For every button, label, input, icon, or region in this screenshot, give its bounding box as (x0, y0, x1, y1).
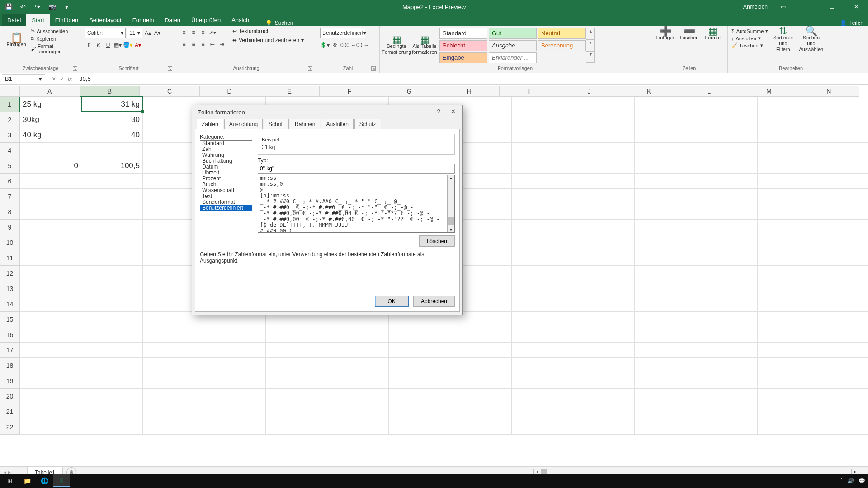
delete-cells-button[interactable]: ➖Löschen (678, 28, 700, 41)
cell-J5[interactable] (573, 158, 635, 174)
cell-C22[interactable] (143, 419, 204, 435)
cell-style-standard[interactable]: Standard (439, 28, 487, 39)
undo-icon[interactable]: ↶ (17, 1, 29, 13)
cell-B3[interactable]: 40 (81, 127, 143, 143)
cell-N4[interactable] (819, 143, 868, 158)
copy-button[interactable]: ⧉Kopieren (31, 36, 77, 42)
conditional-formatting-button[interactable]: ▦Bedingte Formatierung (383, 28, 410, 63)
column-header-A[interactable]: A (20, 86, 80, 97)
cell-K15[interactable] (635, 312, 696, 327)
underline-button[interactable]: U (104, 41, 112, 50)
cell-K11[interactable] (635, 250, 696, 266)
cell-M21[interactable] (758, 404, 819, 419)
cell-G20[interactable] (389, 389, 450, 404)
cell-A12[interactable] (20, 266, 81, 281)
tray-chevron-icon[interactable]: ˄ (840, 478, 843, 484)
font-dialog-launcher[interactable]: ↘ (168, 66, 172, 71)
cell-M4[interactable] (758, 143, 819, 158)
cell-M12[interactable] (758, 266, 819, 281)
cell-D18[interactable] (204, 358, 266, 373)
cell-M2[interactable] (758, 112, 819, 127)
cell-F21[interactable] (327, 404, 389, 419)
edge-icon[interactable]: 🌐 (36, 474, 52, 487)
cell-B2[interactable]: 30 (81, 112, 143, 127)
column-header-I[interactable]: I (500, 86, 560, 97)
cell-B10[interactable] (81, 235, 143, 250)
cell-A19[interactable] (20, 373, 81, 389)
cell-L2[interactable] (696, 112, 758, 127)
formula-value[interactable]: 30,5 (76, 75, 90, 82)
row-header-13[interactable]: 13 (0, 281, 20, 296)
cell-L15[interactable] (696, 312, 758, 327)
tab-start[interactable]: Start (26, 14, 49, 26)
cell-H18[interactable] (450, 358, 512, 373)
cell-L14[interactable] (696, 296, 758, 312)
dialog-tab-zahlen[interactable]: Zahlen (197, 119, 223, 129)
cell-J12[interactable] (573, 266, 635, 281)
cell-G21[interactable] (389, 404, 450, 419)
cell-I3[interactable] (512, 127, 573, 143)
cell-K18[interactable] (635, 358, 696, 373)
cell-C20[interactable] (143, 389, 204, 404)
cell-C18[interactable] (143, 358, 204, 373)
cell-B7[interactable] (81, 189, 143, 204)
cell-D20[interactable] (204, 389, 266, 404)
column-header-F[interactable]: F (320, 86, 380, 97)
font-size-combo[interactable]: 11▾ (127, 28, 142, 38)
cell-I11[interactable] (512, 250, 573, 266)
delete-format-button[interactable]: Löschen (419, 235, 455, 247)
cell-style-erklaerender[interactable]: Erklärender ... (489, 52, 537, 63)
cell-A6[interactable] (20, 174, 81, 189)
cell-B8[interactable] (81, 204, 143, 220)
save-icon[interactable]: 💾 (3, 1, 14, 13)
dialog-tab-ausrichtung[interactable]: Ausrichtung (224, 119, 263, 129)
cell-G17[interactable] (389, 343, 450, 358)
fx-icon[interactable]: fx (68, 76, 72, 82)
ribbon-display-icon[interactable]: ▭ (774, 1, 792, 13)
cell-K14[interactable] (635, 296, 696, 312)
cell-I9[interactable] (512, 220, 573, 235)
select-all-corner[interactable] (0, 86, 20, 97)
cell-I5[interactable] (512, 158, 573, 174)
cell-G18[interactable] (389, 358, 450, 373)
cell-L9[interactable] (696, 220, 758, 235)
cell-D22[interactable] (204, 419, 266, 435)
cell-L11[interactable] (696, 250, 758, 266)
cell-I19[interactable] (512, 373, 573, 389)
cell-M8[interactable] (758, 204, 819, 220)
dialog-tab-ausfuellen[interactable]: Ausfüllen (321, 119, 353, 129)
tab-formeln[interactable]: Formeln (127, 14, 160, 26)
cell-N16[interactable] (819, 327, 868, 343)
cell-N10[interactable] (819, 235, 868, 250)
cell-B11[interactable] (81, 250, 143, 266)
cell-J15[interactable] (573, 312, 635, 327)
cell-B9[interactable] (81, 220, 143, 235)
format-item[interactable]: mm:ss (258, 175, 454, 181)
tab-seitenlayout[interactable]: Seitenlayout (84, 14, 127, 26)
cell-B17[interactable] (81, 343, 143, 358)
row-header-11[interactable]: 11 (0, 250, 20, 266)
cell-A4[interactable] (20, 143, 81, 158)
cell-I10[interactable] (512, 235, 573, 250)
cell-I8[interactable] (512, 204, 573, 220)
cell-N20[interactable] (819, 389, 868, 404)
format-as-table-button[interactable]: ▦Als Tabelle formatieren (411, 28, 438, 63)
cell-K10[interactable] (635, 235, 696, 250)
column-header-H[interactable]: H (439, 86, 500, 97)
cell-M6[interactable] (758, 174, 819, 189)
cell-M5[interactable] (758, 158, 819, 174)
cell-J13[interactable] (573, 281, 635, 296)
cell-F19[interactable] (327, 373, 389, 389)
cell-C16[interactable] (143, 327, 204, 343)
fill-button[interactable]: ↓Ausfüllen ▾ (731, 35, 768, 41)
cell-H21[interactable] (450, 404, 512, 419)
cell-E17[interactable] (266, 343, 327, 358)
row-header-9[interactable]: 9 (0, 220, 20, 235)
clear-button[interactable]: 🧹Löschen ▾ (731, 42, 768, 48)
cell-J22[interactable] (573, 419, 635, 435)
cell-L10[interactable] (696, 235, 758, 250)
format-item[interactable]: mm:ss,0 (258, 181, 454, 187)
cell-A17[interactable] (20, 343, 81, 358)
maximize-icon[interactable]: ☐ (823, 1, 841, 13)
cell-B13[interactable] (81, 281, 143, 296)
